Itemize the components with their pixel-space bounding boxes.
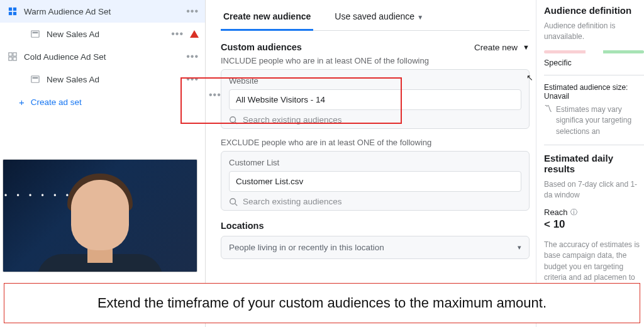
info-icon[interactable]: ⓘ	[570, 208, 577, 217]
estimated-daily-results-heading: Estimated daily results	[544, 153, 644, 174]
caption-text: Extend the timeframe of your custom audi…	[97, 295, 547, 311]
svg-rect-8	[9, 57, 12, 60]
create-new-audience-dropdown[interactable]: Create new ▼	[474, 43, 530, 52]
reach-value: < 10	[544, 218, 644, 231]
create-ad-set-button[interactable]: + Create ad set	[0, 91, 205, 113]
adset-grid-icon	[6, 52, 19, 61]
audience-tabs: Create new audience Use saved audience▼	[221, 5, 530, 31]
create-new-label: Create new	[474, 43, 518, 52]
audience-range-bar	[544, 50, 644, 53]
search-placeholder: Search existing audiences	[243, 115, 342, 125]
svg-point-12	[230, 116, 236, 122]
svg-rect-2	[9, 12, 12, 15]
include-source-label: Website	[229, 76, 521, 86]
trend-icon: 〽	[544, 104, 552, 113]
include-audience-card: Website All Website Visitors - 14 Search…	[221, 69, 530, 129]
audience-definition-heading: Audience definition	[544, 5, 644, 16]
exclude-source-label: Customer List	[229, 158, 521, 167]
right-info-panel: Audience definition Audience definition …	[536, 0, 644, 327]
custom-audiences-heading: Custom audiences	[221, 42, 302, 52]
svg-line-15	[235, 203, 238, 206]
ad-icon	[29, 30, 42, 38]
exclude-audience-pill[interactable]: Customer List.csv	[229, 171, 521, 192]
exclude-audience-card: Customer List Customer List.csv Search e…	[221, 151, 530, 211]
include-search-input[interactable]: Search existing audiences	[229, 115, 521, 125]
plus-icon: +	[19, 97, 25, 108]
cursor-icon: ↖	[526, 73, 533, 82]
adset-row-warm[interactable]: Warm Audience Ad Set •••	[0, 0, 205, 23]
svg-rect-11	[33, 77, 38, 79]
row-menu-icon[interactable]: •••	[186, 74, 199, 85]
include-helper-text: INCLUDE people who are in at least ONE o…	[221, 56, 530, 65]
svg-line-13	[235, 121, 238, 124]
svg-rect-1	[13, 8, 16, 11]
estimated-daily-results-sub: Based on 7-day click and 1-da window	[544, 179, 644, 201]
adset-grid-icon	[6, 7, 19, 16]
audience-definition-unavailable: Audience definition is unavailable.	[544, 21, 644, 43]
row-menu-icon[interactable]: •••	[186, 51, 199, 62]
search-icon	[229, 197, 238, 206]
svg-rect-10	[31, 76, 39, 83]
include-audience-pill[interactable]: All Website Visitors - 14	[229, 89, 521, 110]
tab-use-saved-audience[interactable]: Use saved audience▼	[332, 5, 426, 30]
create-ad-set-label: Create ad set	[31, 97, 82, 107]
svg-rect-9	[13, 57, 16, 60]
svg-rect-7	[13, 53, 16, 56]
svg-rect-0	[9, 8, 12, 11]
floating-row-menu-icon[interactable]: •••	[209, 89, 221, 101]
estimated-size-note: Estimates may vary significa your target…	[556, 104, 644, 137]
svg-rect-5	[33, 32, 38, 34]
locations-dropdown[interactable]: People living in or recently in this loc…	[221, 236, 530, 259]
exclude-audience-name: Customer List.csv	[236, 177, 303, 186]
search-placeholder: Search existing audiences	[243, 197, 342, 206]
locations-value: People living in or recently in this loc…	[229, 243, 384, 252]
tab-label: Use saved audience	[335, 11, 414, 21]
exclude-helper-text: EXCLUDE people who are in at least ONE o…	[221, 138, 530, 147]
main-panel: Create new audience Use saved audience▼ …	[206, 0, 536, 327]
chevron-down-icon: ▾	[518, 243, 521, 252]
ad-icon	[29, 75, 42, 84]
ad-label: New Sales Ad	[47, 30, 171, 39]
search-icon	[229, 116, 238, 125]
locations-heading: Locations	[221, 221, 530, 231]
svg-point-14	[230, 198, 236, 204]
ad-row-new-sales-2[interactable]: New Sales Ad •••	[0, 68, 205, 91]
chevron-down-icon: ▼	[417, 14, 423, 21]
adset-label: Cold Audience Ad Set	[24, 52, 186, 62]
tab-label: Create new audience	[223, 11, 311, 21]
svg-rect-6	[9, 53, 12, 56]
ad-row-new-sales-1[interactable]: New Sales Ad •••	[0, 23, 205, 45]
chevron-down-icon: ▼	[523, 43, 530, 51]
presenter-video	[3, 159, 197, 272]
svg-rect-3	[13, 12, 16, 15]
include-audience-name: All Website Visitors - 14	[236, 95, 325, 104]
exclude-search-input[interactable]: Search existing audiences	[229, 197, 521, 206]
adset-row-cold[interactable]: Cold Audience Ad Set •••	[0, 45, 205, 68]
estimated-size-label: Estimated audience size: Unavail	[544, 83, 644, 101]
warning-icon	[190, 30, 199, 38]
row-menu-icon[interactable]: •••	[171, 28, 184, 40]
svg-rect-4	[31, 31, 39, 38]
campaign-tree-sidebar: Warm Audience Ad Set ••• New Sales Ad ••…	[0, 0, 206, 327]
specific-label: Specific	[544, 58, 644, 67]
tutorial-caption: Extend the timeframe of your custom audi…	[4, 283, 640, 323]
tab-create-new-audience[interactable]: Create new audience	[221, 5, 313, 31]
ad-label: New Sales Ad	[47, 75, 186, 84]
adset-label: Warm Audience Ad Set	[24, 7, 186, 16]
reach-label: Reach	[544, 208, 568, 217]
row-menu-icon[interactable]: •••	[186, 6, 199, 17]
